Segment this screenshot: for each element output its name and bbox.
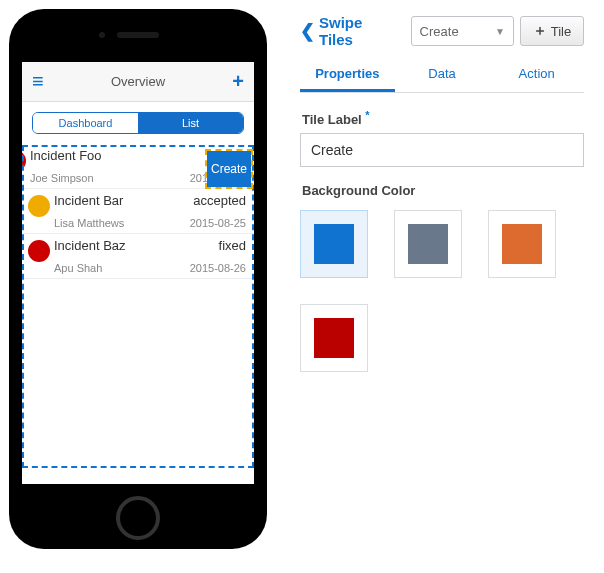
- chevron-down-icon: ▼: [495, 26, 505, 37]
- add-tile-label: Tile: [551, 24, 571, 39]
- status-dot-icon: [22, 150, 26, 172]
- tile-selector-value: Create: [420, 24, 459, 39]
- page-title: Overview: [44, 74, 233, 89]
- phone-mockup: ≡ Overview + Dashboard List Incident Foo…: [10, 10, 290, 548]
- tabs: Properties Data Action: [300, 58, 584, 93]
- item-date: 2015-08-26: [190, 262, 246, 274]
- item-date: 2015-08-25: [190, 217, 246, 229]
- home-button-icon: [116, 496, 160, 540]
- add-icon[interactable]: +: [232, 70, 244, 93]
- status-dot-icon: [28, 240, 50, 262]
- item-subtitle: Apu Shah: [54, 262, 190, 274]
- color-swatch-blue[interactable]: [300, 210, 368, 278]
- tile-label-field-label: Tile Label *: [300, 93, 584, 133]
- item-title: Incident Baz: [54, 238, 190, 253]
- tab-action[interactable]: Action: [489, 58, 584, 92]
- phone-screen: ≡ Overview + Dashboard List Incident Foo…: [22, 62, 254, 484]
- tab-dashboard[interactable]: Dashboard: [33, 113, 138, 133]
- segmented-control: Dashboard List: [22, 102, 254, 144]
- tab-list[interactable]: List: [138, 113, 243, 133]
- color-swatch-orange[interactable]: [488, 210, 556, 278]
- back-button[interactable]: ❮ Swipe Tiles: [300, 14, 399, 48]
- property-panel: ❮ Swipe Tiles Create ▼ ＋ Tile Properties…: [290, 10, 594, 548]
- tab-data[interactable]: Data: [395, 58, 490, 92]
- phone-earpiece: [117, 32, 159, 38]
- breadcrumb: Swipe Tiles: [319, 14, 399, 48]
- tile-selector[interactable]: Create ▼: [411, 16, 514, 46]
- add-tile-button[interactable]: ＋ Tile: [520, 16, 584, 46]
- tab-properties[interactable]: Properties: [300, 58, 395, 92]
- plus-icon: ＋: [533, 22, 547, 40]
- item-status: accepted: [190, 193, 246, 208]
- color-swatch-slate[interactable]: [394, 210, 462, 278]
- menu-icon[interactable]: ≡: [32, 70, 44, 93]
- list-item[interactable]: Incident Baz fixed Apu Shah 2015-08-26: [22, 234, 254, 279]
- color-swatch-red[interactable]: [300, 304, 368, 372]
- tile-label-input[interactable]: [300, 133, 584, 167]
- list-item[interactable]: Incident Bar accepted Lisa Matthews 2015…: [22, 189, 254, 234]
- swipe-tile-create[interactable]: Create: [207, 151, 251, 187]
- status-dot-icon: [28, 195, 50, 217]
- app-header: ≡ Overview +: [22, 62, 254, 102]
- color-swatches: [300, 204, 584, 372]
- item-subtitle: Lisa Matthews: [54, 217, 190, 229]
- item-title: Incident Bar: [54, 193, 190, 208]
- chevron-left-icon: ❮: [300, 20, 315, 42]
- item-subtitle: Joe Simpson: [30, 172, 190, 184]
- bg-color-label: Background Color: [300, 167, 584, 204]
- item-title: Incident Foo: [30, 148, 190, 163]
- item-status: fixed: [190, 238, 246, 253]
